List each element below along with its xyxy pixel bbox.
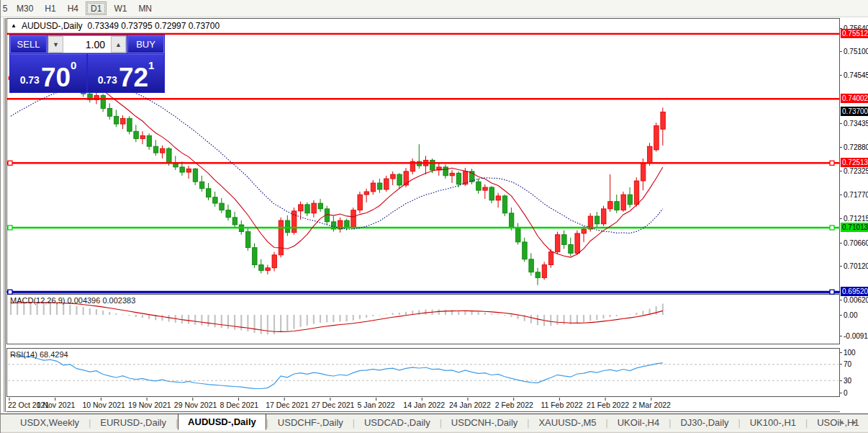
price-axis-label: 0.70660 <box>840 238 868 247</box>
macd-indicator-label: MACD(12,26,9) 0.004396 0.002383 <box>10 296 135 305</box>
axis-tick-mark <box>840 380 842 381</box>
chart-tab-usdcad-daily[interactable]: USDCAD-,Daily <box>355 415 440 430</box>
axis-tick-mark <box>840 75 842 76</box>
rsi-indicator-label: RSI(14) 68.4294 <box>10 350 68 359</box>
chart-tab-usoil-h1[interactable]: USOil-,H1 <box>808 415 868 430</box>
axis-tick-label: 0.75100 <box>844 48 868 55</box>
timeframe-button-d1[interactable]: D1 <box>86 1 107 15</box>
date-axis-label: 11 Feb 2022 <box>541 401 582 409</box>
buy-price-display[interactable]: 0.73 72 1 <box>88 54 164 92</box>
chart-tab-usdcnh-daily[interactable]: USDCNH-,Daily <box>442 415 527 430</box>
arrow-up-icon: ▲ <box>115 41 122 48</box>
chart-tab-uk100-h1[interactable]: UK100-,H1 <box>741 415 805 430</box>
axis-tick-mark <box>840 336 842 336</box>
axis-tick-mark <box>840 352 842 353</box>
axis-tick-label: -0.00919 <box>844 332 868 340</box>
one-click-trading-panel: SELL ▼ ▲ BUY 0.73 70 0 0.73 72 1 <box>9 35 165 93</box>
tab-scroll-right-icon[interactable]: ▸ <box>853 418 856 426</box>
macd-axis-label: -0.00919 <box>840 332 868 341</box>
timeframe-button-h1[interactable]: H1 <box>40 1 60 15</box>
volume-decrease-button[interactable]: ▼ <box>48 36 63 53</box>
buy-price-pip: 1 <box>148 59 154 71</box>
timeframe-button-h4[interactable]: H4 <box>63 1 83 15</box>
buy-button[interactable]: BUY <box>127 35 164 53</box>
date-axis-label: 2 Mar 2022 <box>633 401 671 409</box>
trading-platform-window: 5M30H1H4D1W1MN ▲ AUDUSD-,Daily 0.73349 0… <box>0 0 868 433</box>
axis-tick-mark <box>840 266 842 267</box>
date-axis-label: 8 Dec 2021 <box>220 401 259 409</box>
date-axis-label: 2 Feb 2022 <box>495 401 533 409</box>
chart-title: ▲ AUDUSD-,Daily 0.73349 0.73795 0.72997 … <box>11 20 224 31</box>
timeframe-button-w1[interactable]: W1 <box>109 1 131 15</box>
rsi-axis-label: 30 <box>840 376 868 385</box>
axis-tick-label: 0.73435 <box>844 120 868 128</box>
axis-tick-mark <box>840 147 842 148</box>
buy-price-big: 72 <box>119 67 148 89</box>
axis-tick-mark <box>840 364 842 365</box>
rsi-axis-label: 70 <box>840 360 868 369</box>
chart-tab-dj30-daily[interactable]: DJ30-,Daily <box>671 415 738 430</box>
chart-tab-audusd-daily[interactable]: AUDUSD-,Daily <box>178 414 266 430</box>
level-price-badge: 0.71013 <box>841 223 868 232</box>
chart-tab-xauusd-m5[interactable]: XAUUSD-,M5 <box>529 415 605 430</box>
volume-input[interactable] <box>63 36 111 53</box>
sell-price-prefix: 0.73 <box>20 74 40 86</box>
volume-increase-button[interactable]: ▲ <box>111 36 126 53</box>
sell-button[interactable]: SELL <box>10 35 47 53</box>
sell-price-big: 70 <box>41 67 71 89</box>
sell-price-display[interactable]: 0.73 70 0 <box>10 54 86 92</box>
date-axis-label: 21 Feb 2022 <box>587 401 629 409</box>
timeframe-button-5[interactable]: 5 <box>1 1 9 15</box>
axis-tick-mark <box>840 393 842 393</box>
axis-tick-label: 0.00620 <box>844 296 868 304</box>
macd-axis-label: 0.00620 <box>840 296 868 305</box>
rsi-axis-label: 0 <box>840 388 868 397</box>
collapse-triangle-icon: ▲ <box>11 23 17 29</box>
date-axis-label: 1 Nov 2021 <box>37 401 76 409</box>
chart-window-left-border <box>4 18 6 412</box>
axis-tick-label: 0.70120 <box>844 262 868 270</box>
axis-tick-mark <box>840 171 842 171</box>
chart-ohlc-values: 0.73349 0.73795 0.72997 0.73700 <box>88 21 220 31</box>
timeframe-button-mn[interactable]: MN <box>134 1 156 15</box>
chart-tab-usdx-weekly[interactable]: USDX,Weekly <box>11 415 89 430</box>
date-axis-label: 17 Dec 2021 <box>266 401 309 409</box>
price-axis-label: 0.73435 <box>840 119 868 128</box>
axis-tick-label: 70 <box>844 360 851 368</box>
buy-price-prefix: 0.73 <box>98 74 117 86</box>
chart-tab-usdchf-daily[interactable]: USDCHF-,Daily <box>268 415 353 430</box>
axis-tick-label: 100 <box>844 349 856 357</box>
axis-tick-mark <box>840 218 842 219</box>
axis-tick-label: 30 <box>844 377 851 385</box>
date-axis-label: 27 Dec 2021 <box>312 401 355 409</box>
level-price-badge: 0.72513 <box>841 158 868 167</box>
axis-tick-label: 0.74545 <box>844 71 868 79</box>
level-price-badge: 0.74002 <box>841 94 868 103</box>
chart-tab-ukoil-h4[interactable]: UKOil-,H4 <box>608 415 669 430</box>
current-price-badge: 0.73700 <box>841 107 868 116</box>
chart-tab-bar: USDX,Weekly|EURUSD-,Daily|AUDUSD-,Daily|… <box>1 414 868 431</box>
date-axis-label: 10 Nov 2021 <box>82 401 125 409</box>
tab-scroll-left-icon[interactable]: ◂ <box>839 418 843 426</box>
date-axis-label: 14 Jan 2022 <box>403 401 445 409</box>
chart-tab-eurusd-daily[interactable]: EURUSD-,Daily <box>91 415 176 430</box>
axis-tick-mark <box>840 243 842 244</box>
rsi-axis-label: 100 <box>840 348 868 357</box>
axis-tick-mark <box>840 315 842 316</box>
price-axis-label: 0.72880 <box>840 143 868 151</box>
axis-tick-label: 0 <box>844 389 848 397</box>
timeframe-toolbar: 5M30H1H4D1W1MN <box>1 0 868 17</box>
tab-scroll-controls: ◂ ▸ <box>839 418 856 426</box>
timeframe-button-m30[interactable]: M30 <box>12 1 37 15</box>
axis-tick-mark <box>840 300 842 300</box>
price-axis-label: 0.74545 <box>840 71 868 80</box>
date-axis-label: 5 Jan 2022 <box>358 401 395 409</box>
price-axis[interactable]: 0.756400.751000.745450.734350.728800.723… <box>840 18 868 412</box>
price-axis-label: 0.72325 <box>840 167 868 176</box>
arrow-down-icon: ▼ <box>53 41 59 48</box>
date-axis-label: 19 Nov 2021 <box>128 401 171 409</box>
price-axis-label: 0.75100 <box>840 48 868 56</box>
sell-price-pip: 0 <box>71 59 76 71</box>
time-axis[interactable]: 22 Oct 20211 Nov 202110 Nov 202119 Nov 2… <box>6 398 840 412</box>
axis-tick-mark <box>840 195 842 195</box>
